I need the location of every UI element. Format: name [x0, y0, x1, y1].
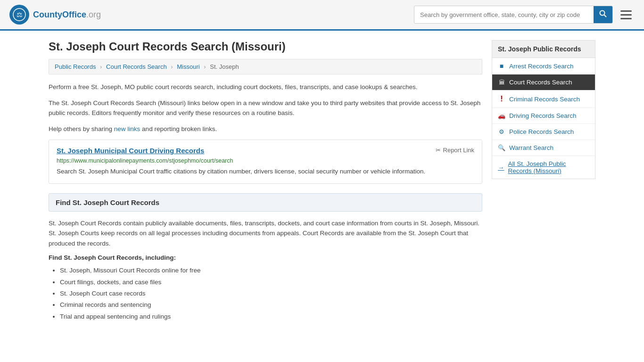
description-1: Perform a free St. Joseph, MO public cou…: [49, 82, 482, 92]
sidebar-item-driving-label: Driving Records Search: [509, 112, 577, 119]
warrant-icon: 🔍: [498, 144, 505, 151]
record-link-header: St. Joseph Municipal Court Driving Recor…: [57, 147, 474, 155]
list-item: Trial and appeal sentencing and rulings: [60, 311, 482, 322]
find-section-title: Find St. Joseph Court Records: [56, 198, 475, 206]
find-description: St. Joseph Court Records contain publicl…: [49, 218, 482, 249]
breadcrumb-court-records[interactable]: Court Records Search: [106, 63, 167, 70]
scissors-icon: ✂: [436, 147, 441, 154]
court-icon: 🏛: [498, 79, 505, 86]
main-container: St. Joseph Court Records Search (Missour…: [39, 31, 605, 332]
breadcrumb-st-joseph: St. Joseph: [210, 63, 239, 70]
description-2: The St. Joseph Court Records Search (Mis…: [49, 98, 482, 118]
breadcrumb-public-records[interactable]: Public Records: [55, 63, 96, 70]
sidebar-item-police[interactable]: ⚙ Police Records Search: [492, 124, 595, 140]
breadcrumb: Public Records › Court Records Search › …: [49, 59, 482, 74]
header-right: [414, 6, 635, 24]
search-input[interactable]: [414, 8, 594, 22]
new-links-link[interactable]: new links: [114, 125, 140, 132]
sidebar-item-driving[interactable]: 🚗 Driving Records Search: [492, 108, 595, 124]
sidebar-item-criminal-label: Criminal Records Search: [509, 96, 580, 103]
sidebar-item-warrant[interactable]: 🔍 Warrant Search: [492, 140, 595, 156]
arrow-icon: →: [498, 164, 504, 171]
sidebar: St. Joseph Public Records ■ Arrest Recor…: [492, 40, 595, 322]
logo-icon: ⚖: [9, 5, 29, 25]
logo-text: CountyOffice.org: [33, 10, 101, 20]
police-icon: ⚙: [498, 128, 505, 135]
content-area: St. Joseph Court Records Search (Missour…: [49, 40, 482, 322]
breadcrumb-missouri[interactable]: Missouri: [177, 63, 199, 70]
sidebar-menu: ■ Arrest Records Search 🏛 Court Records …: [492, 58, 595, 179]
report-link-button[interactable]: ✂ Report Link: [436, 147, 474, 154]
record-link-title[interactable]: St. Joseph Municipal Court Driving Recor…: [57, 147, 204, 155]
svg-text:⚖: ⚖: [17, 11, 23, 18]
list-item: Court filings, dockets, and case files: [60, 277, 482, 288]
arrest-icon: ■: [498, 62, 505, 70]
list-item: Criminal records and sentencing: [60, 299, 482, 311]
sidebar-item-court[interactable]: 🏛 Court Records Search: [492, 74, 595, 90]
sidebar-item-arrest-label: Arrest Records Search: [509, 63, 574, 70]
sidebar-item-arrest[interactable]: ■ Arrest Records Search: [492, 58, 595, 74]
find-including-label: Find St. Joseph Court Records, including…: [49, 254, 482, 261]
site-header: ⚖ CountyOffice.org: [0, 0, 644, 31]
sidebar-all-label: All St. Joseph Public Records (Missouri): [508, 160, 590, 174]
list-item: St. Joseph Court case records: [60, 288, 482, 299]
hamburger-menu[interactable]: [618, 8, 635, 22]
find-section-header: Find St. Joseph Court Records: [49, 193, 482, 212]
svg-line-3: [604, 15, 607, 17]
description-3: Help others by sharing new links and rep…: [49, 124, 482, 134]
sidebar-item-warrant-label: Warrant Search: [509, 144, 553, 151]
list-item: St. Joseph, Missouri Court Records onlin…: [60, 265, 482, 276]
sidebar-item-police-label: Police Records Search: [509, 128, 574, 135]
sidebar-title: St. Joseph Public Records: [492, 40, 595, 58]
driving-icon: 🚗: [498, 112, 505, 119]
search-bar[interactable]: [414, 6, 613, 24]
record-description: Search St. Joseph Municipal Court traffi…: [57, 167, 474, 176]
record-url: https://www.municipalonlinepayments.com/…: [57, 157, 474, 164]
sidebar-item-all-records[interactable]: → All St. Joseph Public Records (Missour…: [492, 156, 595, 179]
find-list: St. Joseph, Missouri Court Records onlin…: [49, 265, 482, 322]
search-button[interactable]: [594, 6, 612, 23]
sidebar-item-criminal[interactable]: ! Criminal Records Search: [492, 90, 595, 108]
logo-area: ⚖ CountyOffice.org: [9, 5, 101, 25]
criminal-icon: !: [498, 95, 505, 103]
page-title: St. Joseph Court Records Search (Missour…: [49, 40, 482, 53]
sidebar-item-court-label: Court Records Search: [509, 79, 572, 86]
record-link-block: St. Joseph Municipal Court Driving Recor…: [49, 140, 482, 183]
svg-point-2: [600, 11, 605, 16]
